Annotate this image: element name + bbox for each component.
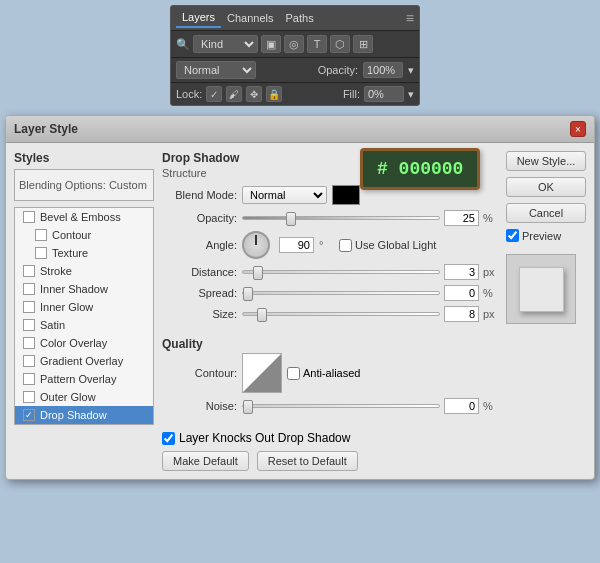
effect-checkbox-stroke[interactable] <box>23 265 35 277</box>
layers-row2: Normal Opacity: ▾ <box>171 58 419 83</box>
effect-checkbox-texture[interactable] <box>35 247 47 259</box>
opacity-label: Opacity: <box>318 64 358 76</box>
layers-panel-menu-icon[interactable]: ≡ <box>406 10 414 26</box>
effect-color-overlay[interactable]: Color Overlay <box>15 334 153 352</box>
make-default-button[interactable]: Make Default <box>162 451 249 471</box>
quality-section: Quality Contour: Anti-aliased <box>162 337 498 419</box>
effect-stroke[interactable]: Stroke <box>15 262 153 280</box>
contour-thumbnail[interactable] <box>242 353 282 393</box>
new-style-button[interactable]: New Style... <box>506 151 586 171</box>
angle-value-input[interactable] <box>279 237 314 253</box>
layers-icon-shape[interactable]: ⬡ <box>330 35 350 53</box>
effect-drop-shadow[interactable]: ✓ Drop Shadow <box>15 406 153 424</box>
lock-icon-padlock[interactable]: 🔒 <box>266 86 282 102</box>
size-slider[interactable] <box>242 312 440 316</box>
ok-button[interactable]: OK <box>506 177 586 197</box>
fill-input[interactable] <box>364 86 404 102</box>
size-slider-thumb[interactable] <box>257 308 267 322</box>
noise-slider[interactable] <box>242 404 440 408</box>
layers-row3: Lock: ✓ 🖌 ✥ 🔒 Fill: ▾ <box>171 83 419 105</box>
effect-checkbox-inner-glow[interactable] <box>23 301 35 313</box>
spread-value-input[interactable] <box>444 285 479 301</box>
effect-texture[interactable]: Texture <box>15 244 153 262</box>
preview-checkbox[interactable] <box>506 229 519 242</box>
angle-unit: ° <box>319 239 334 251</box>
layer-knocks-checkbox[interactable] <box>162 432 175 445</box>
preview-label: Preview <box>522 230 561 242</box>
opacity-arrow[interactable]: ▾ <box>408 64 414 77</box>
dialog-close-button[interactable]: × <box>570 121 586 137</box>
size-value-input[interactable] <box>444 306 479 322</box>
effect-checkbox-pattern-overlay[interactable] <box>23 373 35 385</box>
lock-icon-move[interactable]: ✥ <box>246 86 262 102</box>
blend-mode-select[interactable]: Normal <box>242 186 327 204</box>
effect-checkbox-outer-glow[interactable] <box>23 391 35 403</box>
noise-value-input[interactable] <box>444 398 479 414</box>
opacity-input[interactable] <box>363 62 403 78</box>
noise-unit: % <box>483 400 498 412</box>
opacity-value-input[interactable] <box>444 210 479 226</box>
layers-mode-select[interactable]: Normal <box>176 61 256 79</box>
fill-arrow[interactable]: ▾ <box>408 88 414 101</box>
opacity-slider-thumb[interactable] <box>286 212 296 226</box>
effect-gradient-overlay[interactable]: Gradient Overlay <box>15 352 153 370</box>
blending-options-item[interactable]: Blending Options: Custom <box>14 169 154 201</box>
noise-slider-thumb[interactable] <box>243 400 253 414</box>
effect-checkbox-gradient-overlay[interactable] <box>23 355 35 367</box>
effect-checkbox-bevel[interactable] <box>23 211 35 223</box>
spread-slider[interactable] <box>242 291 440 295</box>
effect-bevel-emboss[interactable]: Bevel & Emboss <box>15 208 153 226</box>
angle-dial[interactable] <box>242 231 270 259</box>
distance-value-input[interactable] <box>444 264 479 280</box>
distance-slider-thumb[interactable] <box>253 266 263 280</box>
effect-label-outer-glow: Outer Glow <box>40 391 96 403</box>
effect-inner-shadow[interactable]: Inner Shadow <box>15 280 153 298</box>
reset-default-button[interactable]: Reset to Default <box>257 451 358 471</box>
distance-slider-container: px <box>242 264 498 280</box>
effect-label-inner-shadow: Inner Shadow <box>40 283 108 295</box>
preview-row: Preview <box>506 229 586 242</box>
spread-slider-thumb[interactable] <box>243 287 253 301</box>
effect-inner-glow[interactable]: Inner Glow <box>15 298 153 316</box>
effect-contour[interactable]: Contour <box>15 226 153 244</box>
lock-icon-brush[interactable]: 🖌 <box>226 86 242 102</box>
effect-checkbox-satin[interactable] <box>23 319 35 331</box>
blending-options-label: Blending Options: Custom <box>19 179 147 191</box>
distance-row: Distance: px <box>162 264 498 280</box>
layers-icon-pixel[interactable]: ▣ <box>261 35 281 53</box>
size-slider-container: px <box>242 306 498 322</box>
layers-tab-paths[interactable]: Paths <box>280 9 320 27</box>
drop-shadow-color-swatch[interactable] <box>332 185 360 205</box>
effect-checkbox-inner-shadow[interactable] <box>23 283 35 295</box>
right-panel: New Style... OK Cancel Preview <box>506 151 586 471</box>
effect-label-contour: Contour <box>52 229 91 241</box>
effect-label-gradient-overlay: Gradient Overlay <box>40 355 123 367</box>
layers-tab-channels[interactable]: Channels <box>221 9 279 27</box>
opacity-slider[interactable] <box>242 216 440 220</box>
layers-icon-smart[interactable]: ⊞ <box>353 35 373 53</box>
effect-outer-glow[interactable]: Outer Glow <box>15 388 153 406</box>
anti-aliased-checkbox[interactable] <box>287 367 300 380</box>
cancel-button[interactable]: Cancel <box>506 203 586 223</box>
buttons-area: Layer Knocks Out Drop Shadow Make Defaul… <box>162 431 498 471</box>
layers-kind-select[interactable]: Kind <box>193 35 258 53</box>
effect-checkbox-color-overlay[interactable] <box>23 337 35 349</box>
layers-tab-layers[interactable]: Layers <box>176 8 221 28</box>
effect-label-drop-shadow: Drop Shadow <box>40 409 107 421</box>
spread-row: Spread: % <box>162 285 498 301</box>
effect-satin[interactable]: Satin <box>15 316 153 334</box>
global-light-checkbox[interactable] <box>339 239 352 252</box>
effect-label-stroke: Stroke <box>40 265 72 277</box>
opacity-slider-container: % <box>242 210 498 226</box>
layers-icon-adjust[interactable]: ◎ <box>284 35 304 53</box>
quality-title: Quality <box>162 337 498 351</box>
angle-label: Angle: <box>162 239 237 251</box>
effect-checkbox-drop-shadow[interactable]: ✓ <box>23 409 35 421</box>
effect-checkbox-contour[interactable] <box>35 229 47 241</box>
distance-slider[interactable] <box>242 270 440 274</box>
layers-icon-type[interactable]: T <box>307 35 327 53</box>
distance-label: Distance: <box>162 266 237 278</box>
layer-style-dialog: Layer Style × Styles Blending Options: C… <box>5 115 595 480</box>
effect-pattern-overlay[interactable]: Pattern Overlay <box>15 370 153 388</box>
lock-icon-check[interactable]: ✓ <box>206 86 222 102</box>
